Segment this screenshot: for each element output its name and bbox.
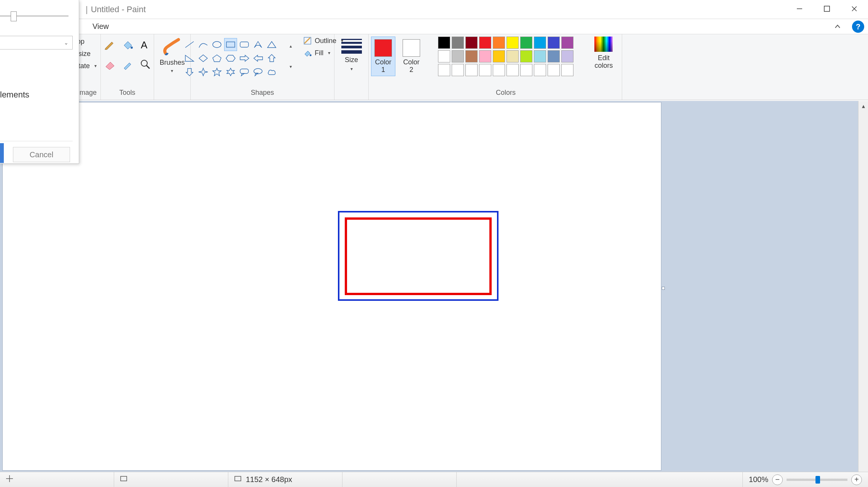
text-tool[interactable]: A [137,37,153,53]
scroll-up-button[interactable]: ▴ [858,101,868,111]
shape-callout-cloud[interactable] [265,65,278,78]
zoom-slider-thumb[interactable] [815,476,820,484]
shape-diamond[interactable] [197,52,210,65]
chevron-down-icon: ▾ [350,66,353,72]
palette-color-r1-7[interactable] [534,37,546,49]
shape-gallery[interactable] [182,37,280,80]
magnifier-icon [139,58,151,70]
dialog-slider-thumb[interactable] [11,11,17,21]
shape-arrow-left[interactable] [252,52,264,65]
minimize-button[interactable] [786,0,813,18]
palette-color-r1-2[interactable] [465,37,478,49]
palette-custom-3[interactable] [479,64,491,76]
palette-color-r2-1[interactable] [452,50,464,62]
palette-custom-5[interactable] [506,64,519,76]
shape-callout-rounded[interactable] [238,65,251,78]
palette-color-r2-5[interactable] [506,50,519,62]
palette-custom-1[interactable] [452,64,464,76]
dialog-dropdown[interactable]: ⌄ [0,36,73,49]
palette-color-r1-9[interactable] [561,37,573,49]
shape-callout-oval[interactable] [252,65,264,78]
palette-custom-2[interactable] [465,64,478,76]
shape-right-triangle[interactable] [183,52,196,65]
shape-arrow-up[interactable] [265,52,278,65]
svg-marker-17 [199,55,207,62]
shape-polygon[interactable] [252,38,264,51]
palette-custom-9[interactable] [561,64,573,76]
palette-color-r1-8[interactable] [548,37,560,49]
eraser-tool[interactable] [102,56,118,72]
palette-custom-8[interactable] [548,64,560,76]
shape-4star[interactable] [197,65,210,78]
palette-color-r2-0[interactable] [438,50,450,62]
zoom-slider[interactable] [787,479,847,481]
zoom-in-button[interactable]: + [851,474,862,485]
shape-curve[interactable] [197,38,210,51]
color1-button[interactable]: Color1 [371,37,395,76]
ribbon-collapse-button[interactable] [830,19,845,34]
palette-color-r1-6[interactable] [520,37,532,49]
menu-view[interactable]: View [86,20,116,33]
shape-gallery-scroll-up[interactable]: ▴ [286,37,296,56]
maximize-button[interactable] [813,0,841,18]
shape-pentagon[interactable] [210,52,223,65]
shape-triangle[interactable] [265,38,278,51]
shape-6star[interactable] [224,65,237,78]
palette-color-r1-0[interactable] [438,37,450,49]
zoom-level: 100% [749,475,768,484]
palette-color-r1-3[interactable] [479,37,491,49]
palette-color-r1-1[interactable] [452,37,464,49]
svg-rect-35 [121,476,127,481]
shape-rectangle[interactable] [224,38,237,51]
palette-custom-4[interactable] [493,64,505,76]
palette-color-r2-6[interactable] [520,50,532,62]
brushes-button[interactable]: Brushes ▾ [159,37,185,73]
palette-color-r2-4[interactable] [493,50,505,62]
fill-tool[interactable] [120,37,135,53]
dialog-primary-button-edge[interactable] [0,143,4,163]
shape-arrow-down[interactable] [183,65,196,78]
svg-rect-1 [824,6,830,11]
palette-custom-7[interactable] [534,64,546,76]
ribbon-group-size: Size ▾ [334,34,369,100]
overlapping-dialog: ⌄ lements Cancel [0,0,79,164]
svg-point-8 [141,60,147,66]
palette-color-r2-8[interactable] [548,50,560,62]
palette-custom-0[interactable] [438,64,450,76]
zoom-out-button[interactable]: − [772,474,783,485]
shape-rounded-rect[interactable] [238,38,251,51]
window-controls [786,0,868,18]
palette-color-r2-3[interactable] [479,50,491,62]
shape-5star[interactable] [210,65,223,78]
close-button[interactable] [841,0,868,18]
palette-color-r2-9[interactable] [561,50,573,62]
canvas[interactable] [3,102,661,470]
palette-color-r1-5[interactable] [506,37,519,49]
shape-arrow-right[interactable] [238,52,251,65]
shape-hexagon[interactable] [224,52,237,65]
shapes-group-label: Shapes [251,86,274,100]
shape-line[interactable] [183,38,196,51]
svg-point-11 [213,42,221,48]
palette-custom-6[interactable] [520,64,532,76]
dialog-slider[interactable] [0,10,68,20]
picker-tool[interactable] [120,56,135,72]
pencil-tool[interactable] [102,37,118,53]
color1-label-l1: Color [375,58,391,66]
shape-gallery-expand[interactable]: ▾ [286,57,296,76]
palette-color-r2-2[interactable] [465,50,478,62]
dialog-cancel-button[interactable]: Cancel [13,147,70,162]
outline-icon [303,37,312,45]
svg-point-6 [131,46,133,49]
color2-button[interactable]: Color2 [399,37,424,76]
vertical-scrollbar[interactable]: ▴ [858,101,868,472]
palette-row-2 [438,50,573,62]
help-button[interactable]: ? [852,21,864,33]
palette-color-r1-4[interactable] [493,37,505,49]
shape-oval[interactable] [210,38,223,51]
palette-color-r2-7[interactable] [534,50,546,62]
edit-colors-button[interactable]: Editcolors [594,37,613,69]
magnifier-tool[interactable] [137,56,153,72]
canvas-resize-handle-right[interactable] [662,287,665,290]
size-button[interactable]: Size ▾ [341,37,362,72]
